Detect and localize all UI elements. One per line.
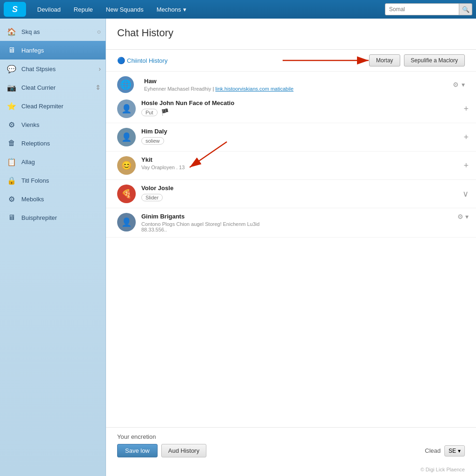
avatar: 👤 (117, 213, 136, 231)
nav-search: 🔍 (385, 3, 472, 15)
trash-icon: 🗑 (7, 138, 17, 148)
content-header: Chat History (106, 19, 476, 50)
arrow-annotation (283, 53, 376, 67)
vienks-icon: ⚙ (7, 119, 17, 130)
section-header: 🌐 Haw Eyhenner Machasel Rreadhiy | link.… (106, 72, 476, 95)
clead-label: Clead (425, 447, 441, 454)
expand-icon[interactable]: ∨ (463, 189, 469, 199)
flag-icon: 🏴 (161, 108, 169, 116)
star-icon: ⭐ (7, 101, 17, 111)
nav-item-new-squands[interactable]: New Squands (99, 0, 150, 19)
chevron-down-icon: ▾ (183, 6, 186, 13)
chat-icon: 💬 (7, 64, 17, 74)
chat-info: Ykit Vay Oraployen . 13 (141, 156, 465, 170)
toolbar-buttons: Mortay Sepulifie a Maclory (369, 54, 465, 66)
settings-icon[interactable]: ⚙ (453, 81, 459, 88)
sidebar-item-label: Hanfegs (21, 47, 44, 54)
sidebar: 🏠 Skq as ○ 🖥 Hanfegs 💬 Chat Stpsies › 📷 … (0, 19, 106, 476)
chat-tag: soliew (141, 137, 164, 145)
lock-icon: 🔒 (7, 175, 17, 185)
sidebar-item-label: Allag (21, 159, 35, 165)
allag-icon: 📋 (7, 157, 17, 167)
sidebar-badge: ○ (97, 28, 101, 35)
avatar: 😊 (117, 156, 136, 175)
sidebar-item-vienks[interactable]: ⚙ Vienks (0, 115, 106, 134)
sidebar-item-hanfegs[interactable]: 🖥 Hanfegs (0, 41, 106, 60)
chat-name: Ginim Brigants (141, 213, 465, 220)
chat-item-icons: ⚙ ▾ (457, 213, 469, 220)
mebolks-icon: ⚙ (7, 194, 17, 204)
chat-info: Him Daly soliew (141, 128, 465, 145)
chat-tag: Put (141, 109, 158, 116)
sidebar-item-releptions[interactable]: 🗑 Releptions (0, 134, 106, 152)
section-name: Haw (144, 78, 293, 85)
encretion-controls: Save low Aud History Clead SE ▾ (117, 444, 465, 457)
monitor-icon: 🖥 (7, 45, 17, 55)
chat-info: Ginim Brigants Contono Plogs Chion augel… (141, 213, 465, 232)
mortay-button[interactable]: Mortay (369, 54, 400, 66)
encretion-section: Your encretion Save low Aud History Clea… (106, 427, 476, 463)
sidebar-item-label: Vienks (21, 121, 40, 128)
chat-item[interactable]: 😊 Ykit Vay Oraployen . 13 + (106, 152, 476, 180)
nav-item-deviload[interactable]: Deviload (31, 0, 67, 19)
save-low-button[interactable]: Save low (117, 444, 158, 457)
chat-item[interactable]: 👤 Ginim Brigants Contono Plogs Chion aug… (106, 208, 476, 238)
sidebar-item-label: Chat Stpsies (21, 66, 56, 73)
globe-icon: 🔵 (117, 57, 125, 64)
sidebar-item-label: Cleat Currier (21, 84, 56, 91)
haw-avatar: 🌐 (117, 76, 134, 93)
toolbar-row: 🔵 Chiintol History Mortay Sepulifie a Ma… (106, 50, 476, 72)
dropdown-icon[interactable]: ▾ (462, 81, 465, 88)
chiintol-history-link[interactable]: 🔵 Chiintol History (117, 57, 167, 64)
sidebar-item-label: Mebolks (21, 196, 44, 203)
chat-info: Volor Josle Slider (141, 185, 465, 201)
home-icon: 🏠 (7, 26, 17, 37)
add-icon[interactable]: + (463, 161, 469, 171)
chat-tag: Slider (141, 194, 163, 201)
camera-icon: 📷 (7, 82, 17, 93)
gear-icon[interactable]: ⚙ (457, 213, 463, 220)
main-layout: 🏠 Skq as ○ 🖥 Hanfegs 💬 Chat Stpsies › 📷 … (0, 19, 476, 476)
section-link[interactable]: link.histoorviskians.com maticabile (215, 86, 293, 92)
search-button[interactable]: 🔍 (459, 3, 472, 15)
sepulifie-button[interactable]: Sepulifie a Maclory (404, 54, 465, 66)
chat-list: 👤 Hosle John Nun Face of Mecatio Put 🏴 +… (106, 95, 476, 427)
chat-item[interactable]: 👤 Him Daly soliew + (106, 123, 476, 152)
skype-logo: S (4, 2, 26, 17)
section-subtitle: Eyhenner Machasel Rreadhiy | link.histoo… (144, 86, 293, 92)
nav-item-mechons[interactable]: Mechons ▾ (150, 0, 193, 19)
footer: © Digi Lick Plaence (106, 463, 476, 476)
encretion-right: Clead SE ▾ (425, 445, 465, 456)
sidebar-item-clead-repmiter[interactable]: ⭐ Clead Repmiter (0, 97, 106, 115)
chat-subtitle: Vay Oraployen . 13 (141, 165, 465, 170)
sidebar-item-allag[interactable]: 📋 Allag (0, 152, 106, 171)
chat-item[interactable]: 👤 Hosle John Nun Face of Mecatio Put 🏴 + (106, 95, 476, 123)
encretion-label: Your encretion (117, 433, 465, 440)
sidebar-item-skq-as[interactable]: 🏠 Skq as ○ (0, 22, 106, 41)
chat-name: Ykit (141, 156, 465, 163)
sidebar-item-chat-stpsies[interactable]: 💬 Chat Stpsies › (0, 60, 106, 78)
nav-item-repule[interactable]: Repule (67, 0, 99, 19)
sidebar-item-buisphrepiter[interactable]: 🖥 Buisphrepiter (0, 208, 106, 227)
sidebar-item-mebolks[interactable]: ⚙ Mebolks (0, 190, 106, 208)
top-nav: S Deviload Repule New Squands Mechons ▾ … (0, 0, 476, 19)
buisphrepiter-icon: 🖥 (7, 212, 17, 223)
dropdown-icon[interactable]: ▾ (465, 213, 469, 220)
sidebar-item-label: Titl Folons (21, 177, 49, 184)
content-area: Chat History 🔵 Chiintol History Mortay S… (106, 19, 476, 476)
chat-name: Hosle John Nun Face of Mecatio (141, 99, 465, 106)
se-dropdown[interactable]: SE ▾ (444, 445, 465, 456)
search-input[interactable] (385, 3, 459, 15)
sidebar-sort-icon: ⇕ (95, 84, 101, 91)
sidebar-item-titl-folons[interactable]: 🔒 Titl Folons (0, 171, 106, 190)
aud-history-button[interactable]: Aud History (161, 444, 206, 457)
avatar: 👤 (117, 99, 136, 118)
chat-subtitle: Contono Plogs Chion augel Storeg! Eniche… (141, 221, 465, 227)
add-icon[interactable]: + (463, 104, 469, 114)
sidebar-item-cleat-currier[interactable]: 📷 Cleat Currier ⇕ (0, 78, 106, 97)
add-icon[interactable]: + (463, 132, 469, 142)
dropdown-arrow-icon: ▾ (458, 448, 461, 454)
sidebar-item-label: Clead Repmiter (21, 103, 63, 110)
chat-item[interactable]: 🍕 Volor Josle Slider ∨ (106, 180, 476, 208)
chat-info: Hosle John Nun Face of Mecatio Put 🏴 (141, 99, 465, 116)
